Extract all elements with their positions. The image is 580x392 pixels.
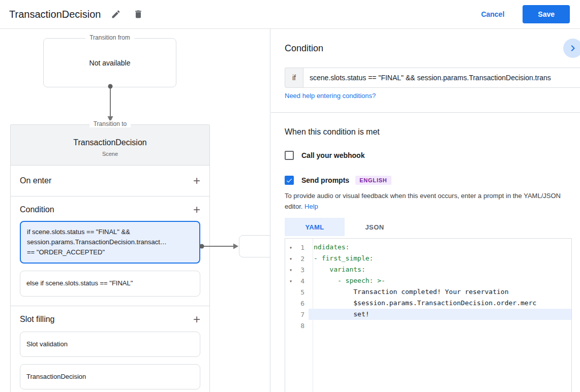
on-enter-label: On enter: [20, 176, 51, 185]
slot-filling-label: Slot filling: [20, 315, 54, 324]
scene-title: TransactionDecision: [11, 138, 209, 147]
transition-from-label: Transition from: [85, 34, 134, 41]
transition-from-content: Not available: [89, 59, 131, 67]
panel-divider: [271, 112, 580, 113]
when-met-title: When this condition is met: [285, 127, 380, 137]
collapse-panel-button[interactable]: [563, 39, 580, 58]
slot-card-validation[interactable]: Slot validation: [20, 332, 200, 357]
condition-detail-panel: Condition if Need help entering conditio…: [271, 29, 580, 392]
code-line[interactable]: - first_simple:: [309, 253, 571, 264]
language-badge: ENGLISH: [355, 176, 391, 185]
scene-flow-canvas: Transition from Not available Transition…: [0, 29, 270, 392]
line-number: 5: [296, 288, 309, 296]
line-number: 2: [296, 255, 309, 263]
on-enter-row[interactable]: On enter +: [11, 165, 209, 196]
line-number: 7: [296, 311, 309, 318]
code-line[interactable]: set!: [309, 309, 571, 320]
tab-json[interactable]: JSON: [345, 218, 405, 236]
slot-filling-section: Slot filling + Slot validation Transacti…: [11, 306, 209, 392]
editor-line: ▾ 2 - first_simple:: [285, 253, 571, 264]
condition-expression-input[interactable]: [303, 68, 580, 88]
editor-line: 5 Transaction completed! Your reservatio…: [285, 286, 571, 298]
trash-icon: [133, 9, 143, 19]
condition-card-selected[interactable]: if scene.slots.status == "FINAL" && sess…: [20, 221, 200, 264]
code-line[interactable]: Transaction completed! Your reservation: [309, 286, 571, 298]
transition-to-node[interactable]: Transition to TransactionDecision Scene …: [10, 124, 210, 392]
save-button[interactable]: Save: [523, 5, 570, 23]
page-title: TransactionDecision: [9, 9, 101, 20]
editor-tabs: YAML JSON: [285, 218, 405, 236]
webhook-checkbox[interactable]: [285, 151, 294, 160]
prompt-description-text: To provide audio or visual feedback when…: [285, 192, 561, 210]
add-on-enter-icon[interactable]: +: [193, 176, 200, 186]
cancel-button[interactable]: Cancel: [481, 10, 504, 18]
edit-title-button[interactable]: [109, 7, 123, 21]
transition-arrow: [105, 84, 115, 123]
editor-line: ▾ 3 variants:: [285, 264, 571, 275]
transition-to-label: Transition to: [89, 120, 131, 127]
scene-header: TransactionDecision Scene: [11, 125, 209, 165]
transition-from-node: Transition from Not available: [43, 38, 176, 87]
line-number: 6: [296, 300, 309, 307]
editor-line: ▾ 4 - speech: >-: [285, 275, 571, 286]
linked-node-stub[interactable]: [239, 235, 270, 257]
scene-subtitle: Scene: [11, 151, 209, 157]
editor-line-highlighted: 7 set!: [285, 309, 571, 320]
add-slot-icon[interactable]: +: [193, 314, 200, 324]
editor-line: 8: [285, 320, 571, 331]
fold-icon[interactable]: ▾: [285, 267, 296, 273]
code-line[interactable]: [309, 320, 571, 331]
check-icon: [286, 177, 293, 184]
webhook-row: Call your webhook: [285, 151, 364, 160]
fold-icon[interactable]: ▾: [285, 245, 296, 250]
code-line[interactable]: $session.params.TransactionDecision.orde…: [309, 298, 571, 309]
fold-icon[interactable]: ▾: [285, 278, 296, 284]
if-label: if: [285, 68, 303, 88]
code-line[interactable]: ndidates:: [309, 242, 571, 253]
tab-yaml[interactable]: YAML: [285, 218, 345, 236]
yaml-editor[interactable]: ▾ 1 ndidates: ▾ 2 - first_simple: ▾ 3 va…: [285, 238, 572, 392]
delete-scene-button[interactable]: [131, 7, 145, 21]
condition-input-row: if: [285, 68, 580, 88]
connector-handle[interactable]: [200, 244, 204, 249]
editor-line: ▾ 1 ndidates:: [285, 242, 571, 253]
pencil-icon: [111, 9, 121, 19]
main-area: Transition from Not available Transition…: [0, 29, 580, 392]
app-bar: TransactionDecision Cancel Save: [0, 0, 580, 29]
add-condition-icon[interactable]: +: [193, 205, 200, 215]
condition-section: Condition + if scene.slots.status == "FI…: [11, 196, 209, 306]
chevron-right-icon: [567, 42, 579, 54]
slot-card-transaction-decision[interactable]: TransactionDecision: [20, 364, 200, 389]
code-line[interactable]: - speech: >-: [309, 275, 571, 286]
editor-line: 6 $session.params.TransactionDecision.or…: [285, 298, 571, 309]
code-line[interactable]: variants:: [309, 264, 571, 275]
panel-title: Condition: [285, 43, 323, 54]
fold-icon[interactable]: ▾: [285, 256, 296, 262]
send-prompts-row: Send prompts ENGLISH: [285, 176, 391, 185]
condition-section-label: Condition: [20, 205, 54, 214]
help-link[interactable]: Help: [304, 203, 318, 210]
webhook-label: Call your webhook: [301, 151, 364, 159]
line-number: 1: [296, 244, 309, 251]
condition-connector: [198, 242, 241, 251]
send-prompts-label: Send prompts: [301, 176, 349, 184]
send-prompts-checkbox[interactable]: [285, 176, 294, 185]
condition-help-link[interactable]: Need help entering conditions?: [285, 92, 376, 100]
prompt-description: To provide audio or visual feedback when…: [285, 191, 573, 212]
condition-card[interactable]: else if scene.slots.status == "FINAL": [20, 271, 200, 296]
line-number: 8: [296, 322, 309, 330]
line-number: 3: [296, 266, 309, 274]
line-number: 4: [296, 277, 309, 285]
